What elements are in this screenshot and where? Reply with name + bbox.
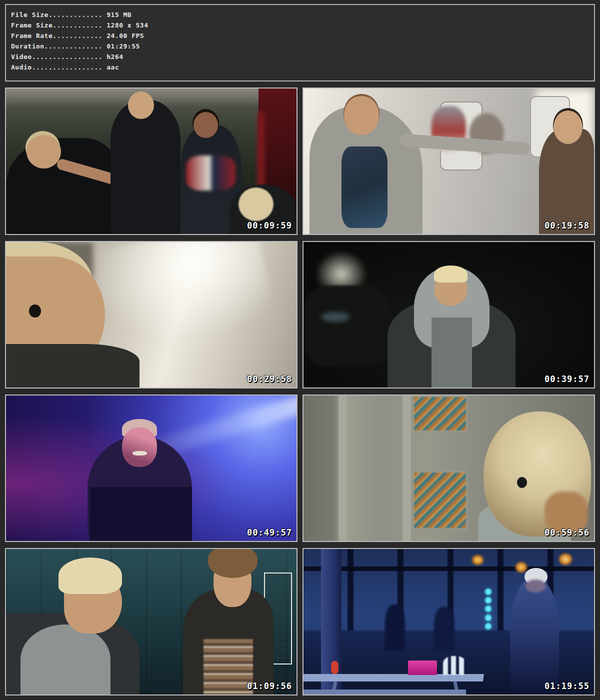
- timestamp-overlay: 00:39:57: [544, 374, 590, 384]
- person-silhouette: [90, 487, 192, 541]
- file-info-label: Frame Size............: [11, 22, 102, 29]
- file-info-label: Duration..............: [11, 42, 102, 50]
- timestamp-overlay: 00:19:58: [544, 220, 590, 230]
- media-info-page: { "file_info": { "rows": [ {"label": "Fi…: [0, 0, 600, 700]
- person-silhouette: [194, 112, 218, 138]
- screenshot-grid: 00:09:59 00:19:58 00:29:58 00:39:57: [5, 88, 595, 696]
- file-info-value: 24.00 FPS: [106, 32, 144, 40]
- person-silhouette: [6, 344, 140, 388]
- scene-shape: [338, 396, 347, 541]
- file-info-panel: File Size.............915 MB Frame Size.…: [5, 4, 595, 82]
- screenshot-thumb-2: 00:19:58: [302, 88, 595, 235]
- scene-shape: [402, 396, 411, 541]
- scene-shape: [412, 471, 468, 530]
- person-silhouette: [128, 92, 154, 119]
- person-silhouette: [26, 135, 62, 168]
- file-info-label: Video.................: [11, 53, 102, 60]
- screenshot-thumb-6: 00:59:56: [302, 394, 595, 542]
- screenshot-thumb-5: 00:49:57: [5, 394, 298, 542]
- screenshot-thumb-3: 00:29:58: [5, 241, 298, 388]
- file-info-value: aac: [106, 64, 119, 71]
- file-info-value: 01:29:55: [106, 42, 140, 50]
- scene-shape: [29, 304, 40, 318]
- scene-shape: [432, 318, 472, 388]
- timestamp-overlay: 01:09:56: [247, 681, 292, 691]
- file-info-value: 915 MB: [106, 11, 132, 18]
- scene-shape: [132, 451, 147, 456]
- scene-shape: [304, 690, 466, 694]
- screenshot-thumb-8: 01:19:55: [302, 548, 595, 696]
- light-glow: [516, 562, 527, 572]
- file-info-label: Audio.................: [11, 64, 102, 71]
- person-silhouette: [238, 188, 274, 221]
- screenshot-thumb-4: 00:39:57: [302, 241, 595, 388]
- light-glow: [485, 614, 492, 621]
- scene-shape: [331, 661, 338, 674]
- file-info-value: 1280 x 534: [106, 22, 148, 29]
- scene-shape: [321, 549, 342, 694]
- light-glow: [485, 588, 492, 595]
- person-silhouette: [122, 428, 157, 467]
- light-glow: [472, 555, 484, 565]
- file-info-row-video: Video.................h264: [11, 52, 594, 62]
- file-info-label: File Size.............: [11, 11, 102, 18]
- scene-shape: [186, 156, 236, 190]
- file-info-value: h264: [106, 53, 123, 60]
- file-info-row-framesize: Frame Size............1280 x 534: [11, 20, 594, 30]
- scene-shape: [412, 396, 468, 432]
- scene-shape: [321, 312, 350, 322]
- file-info-row-audio: Audio.................aac: [11, 62, 594, 72]
- scene-shape: [302, 674, 484, 682]
- person-silhouette: [510, 578, 560, 694]
- screenshot-thumb-7: 01:09:56: [5, 548, 298, 696]
- timestamp-overlay: 01:19:55: [544, 681, 590, 691]
- person-silhouette: [110, 100, 180, 234]
- scene-shape: [408, 660, 437, 675]
- scene-shape: [304, 286, 390, 367]
- person-silhouette: [344, 96, 379, 136]
- person-silhouette: [6, 138, 116, 234]
- timestamp-overlay: 00:49:57: [247, 528, 292, 538]
- timestamp-overlay: 00:29:58: [247, 374, 292, 384]
- scene-shape: [517, 477, 527, 488]
- timestamp-overlay: 00:59:56: [544, 528, 590, 538]
- scene-shape: [342, 146, 388, 228]
- person-silhouette: [385, 604, 406, 651]
- timestamp-overlay: 00:09:59: [247, 220, 292, 230]
- person-silhouette: [554, 110, 582, 144]
- person-silhouette: [434, 266, 468, 283]
- scene-shape: [84, 241, 276, 361]
- scene-shape: [304, 566, 594, 571]
- scene-shape: [443, 656, 466, 675]
- file-info-label: Frame Rate............: [11, 32, 102, 40]
- scene-shape: [204, 639, 253, 694]
- file-info-row-duration: Duration..............01:29:55: [11, 41, 594, 52]
- person-silhouette: [58, 558, 122, 594]
- person-silhouette: [539, 129, 594, 234]
- file-info-row-framerate: Frame Rate............24.00 FPS: [11, 30, 594, 41]
- person-silhouette: [434, 607, 454, 650]
- person-silhouette: [20, 624, 110, 694]
- screenshot-thumb-1: 00:09:59: [5, 88, 298, 235]
- file-info-row-filesize: File Size.............915 MB: [11, 10, 594, 20]
